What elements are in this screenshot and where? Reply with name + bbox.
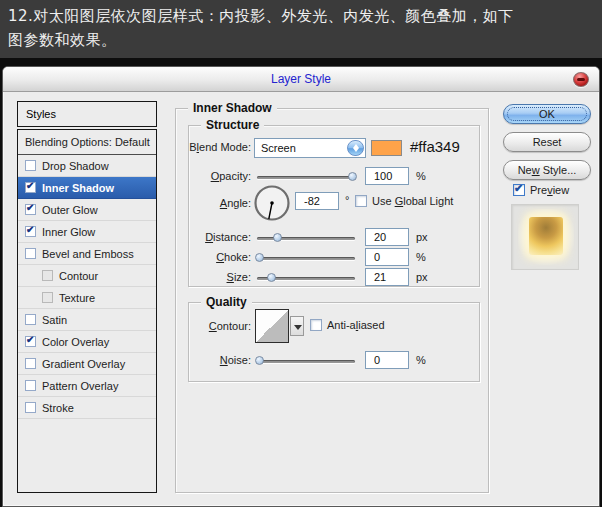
sidebar-item-outer-glow[interactable]: Outer Glow [18, 199, 156, 221]
texture-checkbox [42, 292, 53, 303]
sidebar-item-texture[interactable]: Texture [18, 287, 156, 309]
noise-unit: % [416, 354, 426, 366]
tutorial-banner: 12.对太阳图层依次图层样式：内投影、外发光、内发光、颜色叠加，如下 图参数和效… [0, 0, 602, 58]
sidebar-item-label: Gradient Overlay [42, 358, 125, 370]
distance-label: Distance: [189, 231, 251, 243]
inner-shadow-checkbox[interactable] [25, 182, 36, 193]
sidebar-item-contour[interactable]: Contour [18, 265, 156, 287]
sidebar-item-color-overlay[interactable]: Color Overlay [18, 331, 156, 353]
distance-input[interactable] [365, 228, 409, 246]
contour-label: Contour: [189, 320, 251, 332]
new-style-button[interactable]: New Style... [503, 160, 591, 180]
angle-label: Angle: [189, 197, 251, 209]
choke-unit: % [416, 251, 426, 263]
anti-aliased-checkbox[interactable] [310, 319, 322, 331]
shadow-color-swatch[interactable] [371, 140, 402, 156]
hex-color-label: #ffa349 [410, 138, 460, 155]
sidebar-item-label: Drop Shadow [42, 160, 109, 172]
sidebar-item-pattern-overlay[interactable]: Pattern Overlay [18, 375, 156, 397]
panel-legend: Inner Shadow [188, 101, 277, 115]
choke-input[interactable] [365, 248, 409, 266]
size-slider[interactable] [257, 277, 355, 280]
blend-mode-label: Blend Mode: [189, 141, 251, 153]
blend-mode-dropdown[interactable]: Screen [254, 138, 366, 158]
opacity-label: Opacity: [189, 170, 251, 182]
size-label: Size: [189, 271, 251, 283]
quality-group: Quality Contour: Anti-aliased Noise: % [188, 302, 480, 382]
size-unit: px [416, 271, 428, 283]
angle-unit: ° [345, 194, 349, 206]
opacity-slider[interactable] [257, 176, 355, 179]
sidebar-item-satin[interactable]: Satin [18, 309, 156, 331]
quality-legend: Quality [201, 295, 252, 309]
reset-button[interactable]: Reset [503, 132, 591, 152]
style-preview-thumbnail [511, 204, 579, 270]
opacity-unit: % [416, 170, 426, 182]
styles-panel-header: Styles [17, 101, 157, 127]
angle-dial[interactable] [253, 184, 291, 222]
opacity-slider-thumb[interactable] [348, 172, 357, 181]
use-global-light-label: Use Global Light [372, 195, 453, 207]
dropdown-stepper-icon[interactable] [347, 140, 364, 156]
sidebar-item-label: Stroke [42, 402, 74, 414]
sidebar-item-label: Contour [59, 270, 98, 282]
noise-slider[interactable] [257, 360, 355, 363]
pattern-overlay-checkbox[interactable] [25, 380, 36, 391]
sidebar-item-label: Satin [42, 314, 67, 326]
satin-checkbox[interactable] [25, 314, 36, 325]
dialog-titlebar[interactable]: Layer Style [3, 67, 599, 92]
color-overlay-checkbox[interactable] [25, 336, 36, 347]
blend-mode-value: Screen [261, 142, 296, 154]
bevel-emboss-checkbox[interactable] [25, 248, 36, 259]
contour-thumbnail[interactable] [255, 309, 289, 343]
banner-line-1: 12.对太阳图层依次图层样式：内投影、外发光、内发光、颜色叠加，如下 [8, 4, 594, 28]
distance-slider[interactable] [257, 237, 355, 240]
inner-glow-checkbox[interactable] [25, 226, 36, 237]
inner-shadow-panel: Inner Shadow Structure Blend Mode: Scree… [175, 108, 489, 493]
sidebar-item-label: Color Overlay [42, 336, 109, 348]
use-global-light-checkbox[interactable] [355, 195, 367, 207]
sidebar-item-label: Blending Options: Default [25, 136, 150, 148]
choke-slider[interactable] [257, 257, 355, 260]
choke-slider-thumb[interactable] [255, 253, 264, 262]
size-slider-thumb[interactable] [267, 273, 276, 282]
sidebar-item-label: Inner Glow [42, 226, 95, 238]
opacity-input[interactable] [365, 167, 409, 185]
noise-input[interactable] [365, 351, 409, 369]
preview-checkbox[interactable] [513, 184, 525, 196]
distance-unit: px [416, 231, 428, 243]
styles-list: Blending Options: Default Drop Shadow In… [17, 129, 157, 493]
sidebar-item-label: Inner Shadow [42, 182, 114, 194]
noise-slider-thumb[interactable] [255, 356, 264, 365]
contour-dropdown-arrow-icon[interactable] [290, 316, 304, 336]
size-input[interactable] [365, 268, 409, 286]
choke-label: Choke: [189, 251, 251, 263]
sidebar-item-drop-shadow[interactable]: Drop Shadow [18, 155, 156, 177]
angle-input[interactable] [295, 192, 339, 210]
sidebar-item-blending-options[interactable]: Blending Options: Default [18, 130, 156, 155]
outer-glow-checkbox[interactable] [25, 204, 36, 215]
sidebar-item-bevel-emboss[interactable]: Bevel and Emboss [18, 243, 156, 265]
sidebar-item-inner-glow[interactable]: Inner Glow [18, 221, 156, 243]
layer-style-dialog: Layer Style Styles Blending Options: Def… [2, 66, 600, 507]
distance-slider-thumb[interactable] [273, 233, 282, 242]
preview-label: Preview [530, 184, 569, 196]
sidebar-item-stroke[interactable]: Stroke [18, 397, 156, 419]
ok-button[interactable]: OK [503, 104, 591, 124]
sidebar-item-gradient-overlay[interactable]: Gradient Overlay [18, 353, 156, 375]
sidebar-item-label: Outer Glow [42, 204, 98, 216]
close-button[interactable] [573, 72, 589, 87]
gradient-overlay-checkbox[interactable] [25, 358, 36, 369]
sidebar-item-label: Pattern Overlay [42, 380, 118, 392]
banner-line-2: 图参数和效果。 [8, 28, 594, 52]
dialog-title: Layer Style [3, 67, 599, 92]
structure-legend: Structure [201, 118, 264, 132]
stroke-checkbox[interactable] [25, 402, 36, 413]
sidebar-item-label: Bevel and Emboss [42, 248, 134, 260]
structure-group: Structure Blend Mode: Screen #ffa349 Opa… [188, 125, 480, 287]
noise-label: Noise: [189, 354, 251, 366]
sidebar-item-inner-shadow[interactable]: Inner Shadow [18, 177, 156, 199]
sidebar-item-label: Texture [59, 292, 95, 304]
drop-shadow-checkbox[interactable] [25, 160, 36, 171]
anti-aliased-label: Anti-aliased [327, 319, 385, 331]
